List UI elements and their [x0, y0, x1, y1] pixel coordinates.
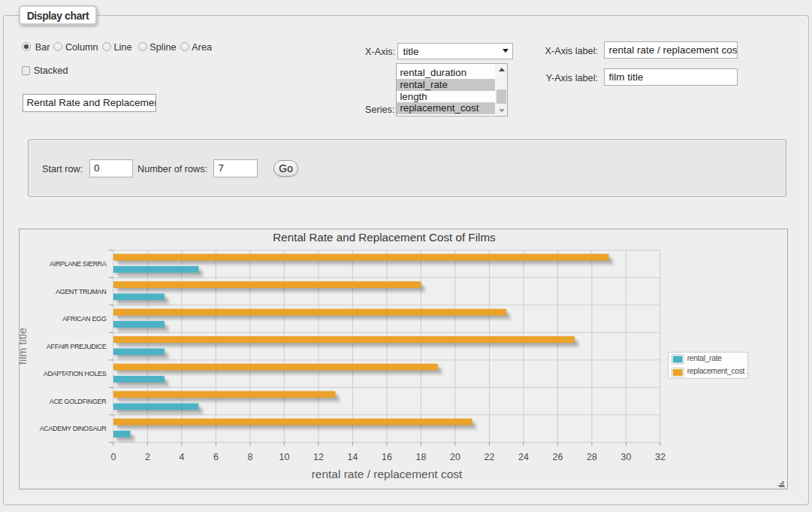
svg-text:22: 22 [484, 452, 494, 462]
svg-text:30: 30 [620, 452, 631, 462]
svg-text:AFRICAN EGG: AFRICAN EGG [62, 315, 107, 323]
svg-text:4: 4 [179, 452, 184, 462]
svg-text:24: 24 [518, 452, 529, 462]
svg-text:28: 28 [587, 452, 597, 462]
svg-text:0: 0 [110, 452, 116, 462]
svg-text:AGENT TRUMAN: AGENT TRUMAN [56, 288, 106, 295]
svg-text:16: 16 [382, 452, 392, 462]
svg-text:AFFAIR PREJUDICE: AFFAIR PREJUDICE [47, 343, 107, 350]
svg-text:18: 18 [415, 452, 426, 462]
svg-text:8: 8 [247, 452, 252, 462]
svg-text:10: 10 [279, 452, 289, 462]
svg-text:replacement_cost: replacement_cost [687, 367, 744, 375]
svg-text:Rental Rate and Replacement Co: Rental Rate and Replacement Cost of Film… [273, 231, 496, 244]
svg-text:6: 6 [213, 452, 219, 462]
svg-text:ADAPTATION HOLES: ADAPTATION HOLES [43, 370, 106, 377]
svg-text:14: 14 [347, 452, 358, 462]
svg-text:film title: film title [20, 328, 29, 365]
svg-text:rental rate / replacement cost: rental rate / replacement cost [311, 468, 462, 480]
svg-text:ACADEMY DINOSAUR: ACADEMY DINOSAUR [39, 425, 107, 432]
svg-text:12: 12 [313, 452, 324, 462]
svg-text:2: 2 [145, 452, 150, 462]
svg-text:32: 32 [655, 452, 666, 462]
svg-text:26: 26 [552, 452, 563, 462]
svg-text:rental_rate: rental_rate [687, 354, 722, 362]
svg-text:ACE GOLDFINGER: ACE GOLDFINGER [49, 398, 106, 405]
svg-text:20: 20 [450, 452, 460, 462]
svg-text:AIRPLANE SIERRA: AIRPLANE SIERRA [50, 260, 107, 268]
